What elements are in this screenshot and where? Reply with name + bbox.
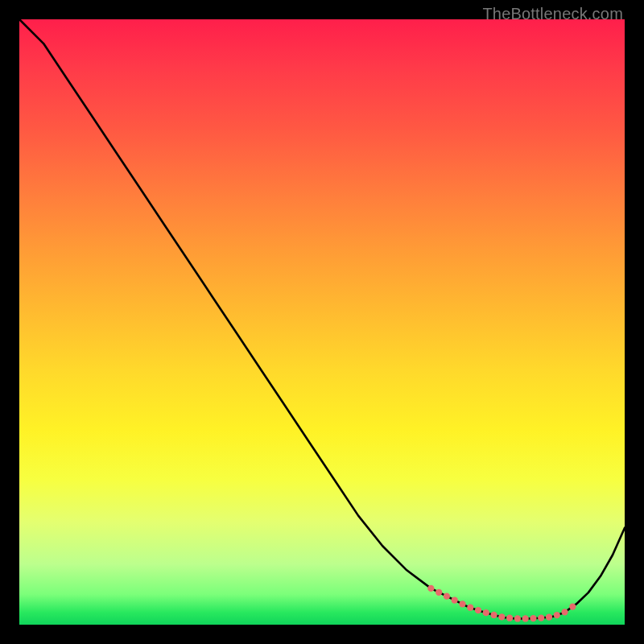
valley-dot — [467, 605, 473, 611]
valley-dot — [506, 615, 513, 621]
valley-dot — [452, 597, 458, 603]
valley-dot — [490, 612, 497, 618]
valley-dot — [483, 609, 489, 616]
bottleneck-curve — [19, 19, 625, 618]
valley-dot — [459, 601, 465, 607]
valley-dot — [436, 589, 442, 596]
valley-dot — [427, 585, 434, 592]
valley-dot — [569, 603, 576, 609]
chart-stage: TheBottleneck.com — [0, 0, 644, 644]
valley-dot — [498, 613, 505, 620]
valley-dot — [538, 614, 544, 621]
curve-overlay — [19, 19, 625, 625]
valley-dot — [444, 593, 450, 600]
valley-dot — [514, 615, 521, 621]
valley-dot — [561, 609, 568, 615]
valley-dot — [475, 607, 481, 613]
watermark-source: TheBottleneck.com — [482, 5, 623, 23]
valley-dot — [522, 615, 529, 621]
valley-dot — [546, 613, 552, 620]
valley-dot — [554, 612, 560, 618]
valley-dot — [530, 615, 536, 621]
